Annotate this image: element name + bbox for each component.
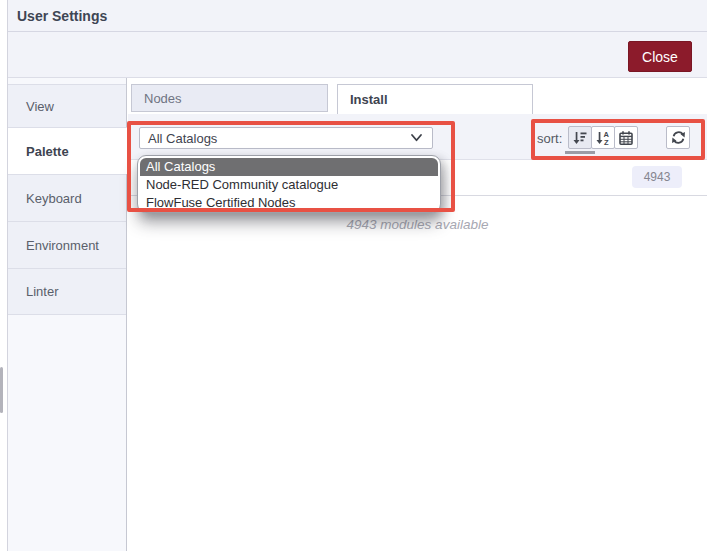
- sidebar-item-label: Palette: [26, 144, 69, 159]
- sort-alpha-icon: A Z: [595, 130, 611, 146]
- tab-label: Install: [350, 92, 388, 107]
- sidebar-item-environment[interactable]: Environment: [8, 221, 126, 268]
- close-button[interactable]: Close: [628, 41, 692, 72]
- refresh-icon: [671, 130, 686, 145]
- dialog-left-border: [7, 0, 8, 551]
- sidebar-item-keyboard[interactable]: Keyboard: [8, 174, 126, 221]
- tab-nodes[interactable]: Nodes: [131, 84, 328, 112]
- svg-text:Z: Z: [604, 138, 609, 146]
- module-count-badge: 4943: [632, 166, 682, 188]
- sort-recommended-button[interactable]: [568, 126, 592, 149]
- chevron-down-icon: [409, 131, 424, 145]
- sort-amount-desc-icon: [572, 130, 588, 146]
- settings-sidebar: View Palette Keyboard Environment Linter: [8, 78, 127, 551]
- sidebar-item-linter[interactable]: Linter: [8, 268, 126, 315]
- catalog-dropdown-list: All Catalogs Node-RED Community catalogu…: [137, 155, 441, 213]
- tab-install[interactable]: Install: [337, 84, 533, 114]
- sort-recent-button[interactable]: [614, 126, 638, 149]
- sidebar-item-palette[interactable]: Palette: [8, 127, 127, 174]
- tab-label: Nodes: [144, 91, 182, 106]
- scrollbar-thumb[interactable]: [0, 367, 3, 413]
- dialog-title: User Settings: [17, 8, 107, 24]
- sort-button-group: A Z: [568, 126, 638, 149]
- dropdown-option-nodered-community[interactable]: Node-RED Community catalogue: [140, 176, 438, 194]
- modules-available-text: 4943 modules available: [128, 217, 707, 232]
- active-sort-indicator: [565, 151, 595, 154]
- dropdown-option-all-catalogs[interactable]: All Catalogs: [140, 158, 438, 176]
- sidebar-item-label: View: [26, 99, 54, 114]
- sidebar-item-view[interactable]: View: [8, 84, 126, 127]
- sort-label: sort:: [537, 127, 562, 149]
- palette-panel: Nodes Install All Catalogs sort:: [128, 78, 707, 551]
- sort-alphabetical-button[interactable]: A Z: [591, 126, 615, 149]
- dialog-button-bar: Close: [8, 32, 707, 78]
- dropdown-option-flowfuse-certified[interactable]: FlowFuse Certified Nodes: [140, 194, 438, 212]
- sidebar-item-label: Keyboard: [26, 191, 82, 206]
- sidebar-item-label: Linter: [26, 284, 59, 299]
- catalog-select-value: All Catalogs: [148, 131, 409, 146]
- sidebar-item-label: Environment: [26, 238, 99, 253]
- catalog-select[interactable]: All Catalogs: [139, 127, 433, 149]
- refresh-button[interactable]: [666, 126, 690, 149]
- dialog-header: User Settings: [8, 0, 707, 32]
- calendar-icon: [618, 130, 634, 146]
